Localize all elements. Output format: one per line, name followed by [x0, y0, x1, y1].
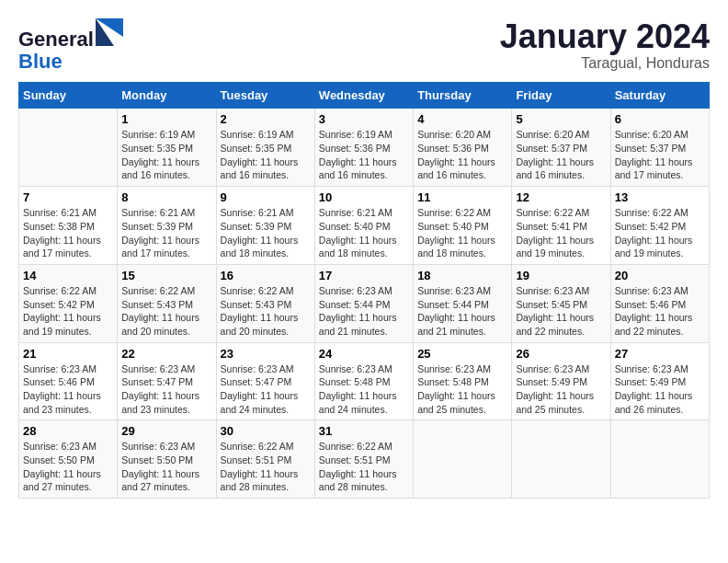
day-info: Sunrise: 6:21 AM Sunset: 5:40 PM Dayligh…	[319, 206, 409, 260]
logo-general: General	[18, 28, 94, 51]
calendar-cell: 18Sunrise: 6:23 AM Sunset: 5:44 PM Dayli…	[414, 264, 512, 342]
day-info: Sunrise: 6:23 AM Sunset: 5:44 PM Dayligh…	[417, 284, 507, 339]
day-number: 22	[121, 347, 211, 361]
day-info: Sunrise: 6:20 AM Sunset: 5:36 PM Dayligh…	[417, 128, 507, 182]
week-row-2: 14Sunrise: 6:22 AM Sunset: 5:42 PM Dayli…	[19, 264, 710, 342]
day-number: 25	[417, 347, 507, 361]
day-number: 10	[319, 190, 409, 204]
day-info: Sunrise: 6:22 AM Sunset: 5:42 PM Dayligh…	[615, 206, 705, 260]
calendar-cell: 12Sunrise: 6:22 AM Sunset: 5:41 PM Dayli…	[512, 187, 610, 265]
calendar-cell: 22Sunrise: 6:23 AM Sunset: 5:47 PM Dayli…	[118, 342, 216, 420]
day-number: 30	[221, 424, 311, 438]
week-row-1: 7Sunrise: 6:21 AM Sunset: 5:38 PM Daylig…	[19, 187, 710, 265]
calendar-cell	[512, 420, 610, 499]
calendar-cell: 28Sunrise: 6:23 AM Sunset: 5:50 PM Dayli…	[19, 420, 118, 499]
day-number: 6	[615, 112, 705, 126]
header-day-sunday: Sunday	[19, 83, 118, 109]
day-number: 15	[121, 269, 211, 282]
day-info: Sunrise: 6:23 AM Sunset: 5:46 PM Dayligh…	[23, 362, 113, 417]
day-info: Sunrise: 6:22 AM Sunset: 5:43 PM Dayligh…	[221, 284, 311, 339]
title-block: January 2024 Taragual, Honduras	[500, 18, 710, 72]
calendar-cell: 21Sunrise: 6:23 AM Sunset: 5:46 PM Dayli…	[19, 342, 118, 420]
day-number: 13	[615, 190, 705, 204]
week-row-0: 1Sunrise: 6:19 AM Sunset: 5:35 PM Daylig…	[19, 109, 710, 187]
header-day-wednesday: Wednesday	[314, 83, 413, 109]
day-number: 4	[417, 112, 507, 126]
calendar-cell: 25Sunrise: 6:23 AM Sunset: 5:48 PM Dayli…	[414, 342, 512, 420]
day-number: 16	[221, 269, 311, 282]
day-info: Sunrise: 6:23 AM Sunset: 5:48 PM Dayligh…	[319, 362, 409, 417]
day-number: 27	[615, 347, 705, 361]
day-number: 8	[121, 190, 211, 204]
day-info: Sunrise: 6:22 AM Sunset: 5:51 PM Dayligh…	[221, 440, 311, 494]
calendar-cell: 11Sunrise: 6:22 AM Sunset: 5:40 PM Dayli…	[414, 187, 512, 265]
calendar-header: SundayMondayTuesdayWednesdayThursdayFrid…	[19, 83, 710, 109]
day-info: Sunrise: 6:19 AM Sunset: 5:36 PM Dayligh…	[319, 128, 409, 182]
calendar-cell: 6Sunrise: 6:20 AM Sunset: 5:37 PM Daylig…	[610, 109, 709, 187]
day-info: Sunrise: 6:23 AM Sunset: 5:44 PM Dayligh…	[319, 284, 409, 339]
day-info: Sunrise: 6:23 AM Sunset: 5:50 PM Dayligh…	[121, 440, 211, 494]
day-number: 14	[23, 269, 113, 282]
day-number: 9	[221, 190, 311, 204]
day-number: 18	[417, 269, 507, 282]
logo-icon	[96, 18, 123, 46]
calendar-cell: 16Sunrise: 6:22 AM Sunset: 5:43 PM Dayli…	[216, 264, 314, 342]
day-number: 7	[23, 190, 113, 204]
day-info: Sunrise: 6:23 AM Sunset: 5:45 PM Dayligh…	[516, 284, 606, 339]
day-info: Sunrise: 6:23 AM Sunset: 5:48 PM Dayligh…	[417, 362, 507, 417]
day-number: 31	[319, 424, 409, 438]
location: Taragual, Honduras	[500, 55, 710, 72]
day-info: Sunrise: 6:23 AM Sunset: 5:50 PM Dayligh…	[23, 440, 113, 494]
calendar-cell: 14Sunrise: 6:22 AM Sunset: 5:42 PM Dayli…	[19, 264, 118, 342]
header-day-saturday: Saturday	[610, 83, 709, 109]
calendar-cell: 23Sunrise: 6:23 AM Sunset: 5:47 PM Dayli…	[216, 342, 314, 420]
calendar-cell: 13Sunrise: 6:22 AM Sunset: 5:42 PM Dayli…	[610, 187, 709, 265]
week-row-4: 28Sunrise: 6:23 AM Sunset: 5:50 PM Dayli…	[19, 420, 710, 499]
day-number: 5	[516, 112, 606, 126]
day-info: Sunrise: 6:22 AM Sunset: 5:42 PM Dayligh…	[23, 284, 113, 339]
calendar-table: SundayMondayTuesdayWednesdayThursdayFrid…	[18, 82, 710, 499]
header-day-tuesday: Tuesday	[216, 83, 314, 109]
day-number: 28	[23, 424, 113, 438]
calendar-cell: 9Sunrise: 6:21 AM Sunset: 5:39 PM Daylig…	[216, 187, 314, 265]
logo-blue-text: Blue	[18, 51, 123, 73]
calendar-cell: 17Sunrise: 6:23 AM Sunset: 5:44 PM Dayli…	[314, 264, 413, 342]
day-info: Sunrise: 6:20 AM Sunset: 5:37 PM Dayligh…	[516, 128, 606, 182]
calendar-cell: 4Sunrise: 6:20 AM Sunset: 5:36 PM Daylig…	[414, 109, 512, 187]
calendar-cell: 26Sunrise: 6:23 AM Sunset: 5:49 PM Dayli…	[512, 342, 610, 420]
day-number: 24	[319, 347, 409, 361]
day-info: Sunrise: 6:21 AM Sunset: 5:39 PM Dayligh…	[121, 206, 211, 260]
day-number: 19	[516, 269, 606, 282]
day-info: Sunrise: 6:23 AM Sunset: 5:49 PM Dayligh…	[615, 362, 705, 417]
day-number: 17	[319, 269, 409, 282]
calendar-cell: 3Sunrise: 6:19 AM Sunset: 5:36 PM Daylig…	[314, 109, 413, 187]
month-title: January 2024	[500, 18, 710, 55]
day-info: Sunrise: 6:20 AM Sunset: 5:37 PM Dayligh…	[615, 128, 705, 182]
calendar-cell	[19, 109, 118, 187]
calendar-cell: 19Sunrise: 6:23 AM Sunset: 5:45 PM Dayli…	[512, 264, 610, 342]
calendar-cell: 31Sunrise: 6:22 AM Sunset: 5:51 PM Dayli…	[314, 420, 413, 499]
calendar-cell	[610, 420, 709, 499]
day-info: Sunrise: 6:23 AM Sunset: 5:49 PM Dayligh…	[516, 362, 606, 417]
calendar-cell: 27Sunrise: 6:23 AM Sunset: 5:49 PM Dayli…	[610, 342, 709, 420]
calendar-cell: 20Sunrise: 6:23 AM Sunset: 5:46 PM Dayli…	[610, 264, 709, 342]
calendar-cell: 24Sunrise: 6:23 AM Sunset: 5:48 PM Dayli…	[314, 342, 413, 420]
day-info: Sunrise: 6:22 AM Sunset: 5:40 PM Dayligh…	[417, 206, 507, 260]
calendar-cell: 1Sunrise: 6:19 AM Sunset: 5:35 PM Daylig…	[118, 109, 216, 187]
calendar-cell: 7Sunrise: 6:21 AM Sunset: 5:38 PM Daylig…	[19, 187, 118, 265]
day-info: Sunrise: 6:23 AM Sunset: 5:46 PM Dayligh…	[615, 284, 705, 339]
calendar-cell: 5Sunrise: 6:20 AM Sunset: 5:37 PM Daylig…	[512, 109, 610, 187]
calendar-cell: 15Sunrise: 6:22 AM Sunset: 5:43 PM Dayli…	[118, 264, 216, 342]
day-number: 20	[615, 269, 705, 282]
day-info: Sunrise: 6:23 AM Sunset: 5:47 PM Dayligh…	[221, 362, 311, 417]
header-day-thursday: Thursday	[414, 83, 512, 109]
calendar-cell: 2Sunrise: 6:19 AM Sunset: 5:35 PM Daylig…	[216, 109, 314, 187]
week-row-3: 21Sunrise: 6:23 AM Sunset: 5:46 PM Dayli…	[19, 342, 710, 420]
day-info: Sunrise: 6:19 AM Sunset: 5:35 PM Dayligh…	[121, 128, 211, 182]
day-info: Sunrise: 6:22 AM Sunset: 5:41 PM Dayligh…	[516, 206, 606, 260]
day-info: Sunrise: 6:22 AM Sunset: 5:43 PM Dayligh…	[121, 284, 211, 339]
page-header: General Blue January 2024 Taragual, Hond…	[18, 18, 710, 73]
day-number: 1	[121, 112, 211, 126]
calendar-body: 1Sunrise: 6:19 AM Sunset: 5:35 PM Daylig…	[19, 109, 710, 499]
header-day-friday: Friday	[512, 83, 610, 109]
